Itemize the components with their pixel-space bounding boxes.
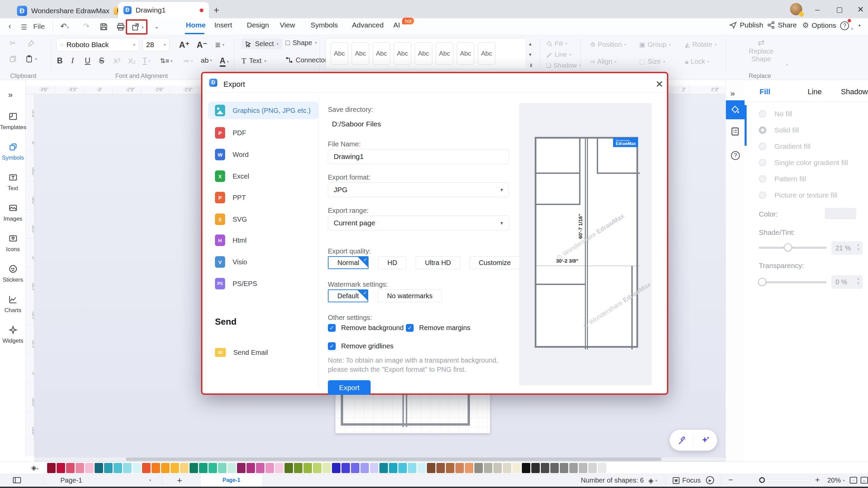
app-tab[interactable]: Ɖ Wondershare EdrawMax Pro: [17, 3, 129, 18]
export-range-select[interactable]: Current page▼: [328, 216, 509, 230]
checkbox-remove-background[interactable]: ✓ Remove background: [328, 324, 404, 332]
presentation-play-icon[interactable]: ▶: [706, 476, 714, 484]
sidebar-item-images[interactable]: Images: [0, 203, 26, 222]
text-tool-button[interactable]: T Text▾: [241, 56, 266, 65]
shade-value-spinner[interactable]: 21 % ▲▼: [831, 241, 863, 255]
new-tab-button[interactable]: +: [214, 5, 219, 16]
zoom-in-button[interactable]: +: [815, 475, 820, 485]
group-button[interactable]: ▣ Group▾: [639, 41, 671, 48]
export-nav-visio[interactable]: V Visio: [208, 253, 318, 271]
sidebar-item-stickers[interactable]: Stickers: [0, 264, 26, 283]
collapse-ribbon-icon[interactable]: ▾: [859, 23, 861, 28]
color-swatch[interactable]: [825, 208, 856, 219]
floorplan-page-fragment[interactable]: [335, 389, 490, 433]
share-button[interactable]: Share: [767, 21, 797, 29]
watermark-option-button[interactable]: Default ✓: [328, 289, 368, 302]
style-gallery-item[interactable]: Abc: [478, 42, 495, 65]
connector-tool-button[interactable]: Connector▾: [285, 56, 332, 64]
magic-wand-icon[interactable]: [676, 435, 687, 445]
export-nav-pdf[interactable]: P PDF: [208, 124, 318, 142]
checkbox-remove-gridlines[interactable]: ✓ Remove gridlines: [328, 342, 394, 350]
style-gallery-item[interactable]: Abc: [415, 42, 432, 65]
color-swatch[interactable]: [379, 463, 388, 473]
tab-design[interactable]: Design: [247, 21, 269, 29]
quality-option-button[interactable]: Normal ✓: [328, 256, 369, 269]
dialog-close-icon[interactable]: ✕: [655, 79, 663, 90]
fit-width-icon[interactable]: ↔: [861, 477, 868, 484]
gallery-more-icon[interactable]: ⇟: [529, 62, 533, 68]
export-nav-ppt[interactable]: P PPT: [208, 189, 318, 206]
color-swatch[interactable]: [341, 463, 350, 473]
color-swatch[interactable]: [85, 463, 94, 473]
shadow-button[interactable]: ❏ Shadow▾: [546, 62, 581, 69]
color-swatch[interactable]: [104, 463, 113, 473]
gallery-down-icon[interactable]: ▾: [529, 52, 532, 58]
style-gallery-item[interactable]: Abc: [331, 42, 348, 65]
sidebar-item-charts[interactable]: Charts: [0, 295, 26, 314]
italic-button[interactable]: I: [71, 56, 74, 65]
color-swatch[interactable]: [465, 463, 473, 473]
tab-ai[interactable]: AI: [393, 21, 400, 29]
color-swatch[interactable]: [209, 463, 217, 473]
color-swatch[interactable]: [76, 463, 84, 473]
color-swatch[interactable]: [228, 463, 236, 473]
transparency-slider[interactable]: [759, 281, 827, 283]
options-button[interactable]: ⚙ Options: [802, 21, 836, 30]
rotate-button[interactable]: ◭ Rotate▾: [685, 41, 717, 48]
style-gallery-item[interactable]: Abc: [394, 42, 411, 65]
strikethrough-button[interactable]: S: [99, 56, 104, 65]
export-nav-pseps[interactable]: PS PS/EPS: [208, 275, 318, 292]
list-button[interactable]: ≔▾: [183, 57, 193, 65]
font-family-select[interactable]: ○ Roboto Black ▾: [56, 38, 139, 52]
line-spacing-button[interactable]: ⇅≡▾: [160, 57, 173, 65]
file-menu[interactable]: File: [33, 22, 45, 30]
zoom-level-select[interactable]: 20%▾: [827, 476, 845, 484]
focus-button[interactable]: ▣ Focus: [673, 476, 701, 484]
hamburger-icon[interactable]: ☰: [21, 23, 27, 31]
export-confirm-button[interactable]: Export: [328, 380, 371, 395]
fill-option-radio[interactable]: Single color gradient fill: [759, 159, 848, 167]
export-nav-graphics[interactable]: Graphics (PNG, JPG etc.): [208, 102, 318, 119]
color-swatch[interactable]: [152, 463, 160, 473]
color-swatch[interactable]: [351, 463, 359, 473]
fill-option-radio[interactable]: No fill: [759, 110, 792, 118]
color-swatch[interactable]: [588, 463, 597, 473]
color-swatch[interactable]: [550, 463, 559, 473]
style-gallery-item[interactable]: Abc: [373, 42, 390, 65]
color-swatch[interactable]: [313, 463, 321, 473]
spinner-arrows-icon[interactable]: ▲▼: [857, 277, 860, 286]
quality-option-button[interactable]: Ultra HD ✓: [416, 256, 460, 269]
color-swatch[interactable]: [332, 463, 340, 473]
fill-option-radio[interactable]: Solid fill: [759, 126, 799, 134]
ribbon-collapse-icon[interactable]: ⌄: [154, 23, 159, 30]
panel-tab-line[interactable]: Line: [808, 87, 822, 96]
replace-dropdown-caret[interactable]: ▾: [786, 62, 788, 67]
color-swatch[interactable]: [598, 463, 606, 473]
decrease-font-icon[interactable]: A⁻: [197, 40, 207, 50]
export-nav-word[interactable]: W Word: [208, 146, 318, 163]
paste-button[interactable]: ▾: [25, 55, 37, 63]
color-swatch[interactable]: [275, 463, 283, 473]
align-text-button[interactable]: ≣▾: [215, 41, 224, 49]
color-swatch[interactable]: [417, 463, 426, 473]
page-overview-icon[interactable]: [13, 477, 21, 485]
color-swatch[interactable]: [66, 463, 75, 473]
panel-expand-icon[interactable]: »: [730, 89, 735, 98]
replace-shape-button[interactable]: ⇄ Replace Shape: [739, 38, 783, 63]
color-swatch[interactable]: [47, 463, 56, 473]
quick-fill-icon[interactable]: ◈▾: [31, 464, 38, 472]
spinner-arrows-icon[interactable]: ▲▼: [857, 243, 860, 252]
color-swatch[interactable]: [218, 463, 226, 473]
size-button[interactable]: ⬚ Size▾: [639, 58, 665, 65]
slider-knob[interactable]: [758, 278, 766, 286]
watermark-option-button[interactable]: No watermarks ✓: [378, 289, 441, 302]
color-swatch[interactable]: [560, 463, 568, 473]
sidebar-item-symbols[interactable]: Symbols: [0, 142, 26, 161]
add-page-button[interactable]: +: [177, 475, 182, 486]
color-swatch[interactable]: [531, 463, 540, 473]
color-swatch[interactable]: [246, 463, 255, 473]
sidebar-item-text[interactable]: Text: [0, 173, 26, 192]
shape-tool-button[interactable]: □ Shape▾: [285, 39, 317, 47]
sidebar-item-widgets[interactable]: Widgets: [0, 325, 26, 344]
minimize-button[interactable]: –: [815, 5, 820, 14]
